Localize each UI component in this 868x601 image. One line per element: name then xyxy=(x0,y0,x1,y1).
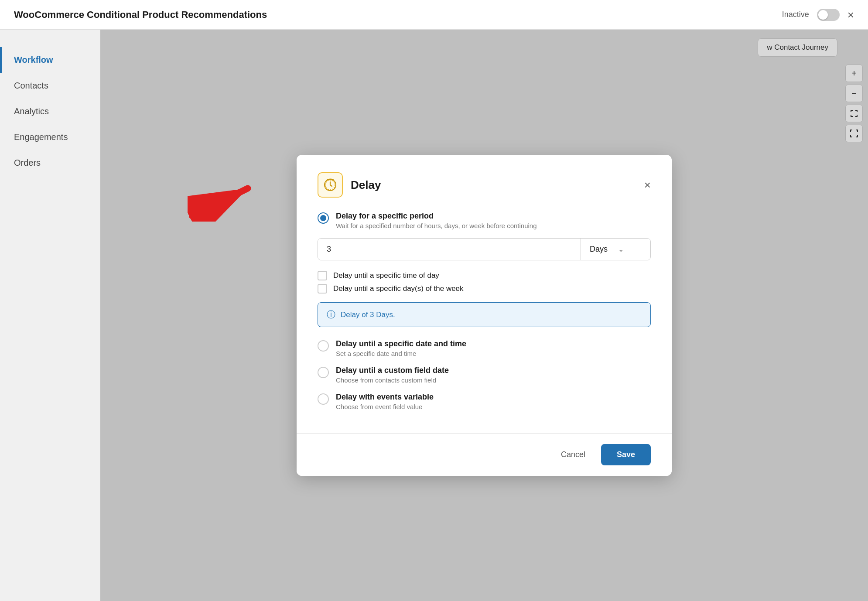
modal-footer: Cancel Save xyxy=(297,434,672,476)
modal-title: Delay xyxy=(351,178,381,192)
modal-close-button[interactable]: × xyxy=(644,179,651,191)
sidebar-item-contacts[interactable]: Contacts xyxy=(0,73,100,99)
radio-specific-date-sublabel: Set a specific date and time xyxy=(336,350,466,357)
delay-unit-select[interactable]: Days ⌄ xyxy=(581,239,650,260)
delay-modal: Delay × Delay for a specific period Wait… xyxy=(297,155,672,476)
checkbox-specific-day-label: Delay until a specific day(s) of the wee… xyxy=(333,284,464,293)
info-text: Delay of 3 Days. xyxy=(341,311,395,319)
checkbox-specific-day-box[interactable] xyxy=(318,284,327,294)
sidebar: Workflow Contacts Analytics Engagements … xyxy=(0,30,100,601)
radio-events-variable-sublabel: Choose from event field value xyxy=(336,403,434,410)
checkbox-specific-day[interactable]: Delay until a specific day(s) of the wee… xyxy=(318,284,651,294)
radio-events-variable-label: Delay with events variable xyxy=(336,393,434,402)
sidebar-item-engagements[interactable]: Engagements xyxy=(0,124,100,150)
radio-option-events-variable[interactable]: Delay with events variable Choose from e… xyxy=(318,393,651,410)
delay-unit-label: Days xyxy=(590,245,614,254)
main-layout: Workflow Contacts Analytics Engagements … xyxy=(0,30,868,601)
checkbox-specific-time[interactable]: Delay until a specific time of day xyxy=(318,271,651,280)
radio-specific-date-label: Delay until a specific date and time xyxy=(336,339,466,348)
radio-specific-period[interactable] xyxy=(318,212,329,224)
top-bar-right: Inactive × xyxy=(782,9,854,21)
radio-specific-date[interactable] xyxy=(318,340,329,352)
delay-icon xyxy=(318,172,343,198)
status-toggle[interactable] xyxy=(817,9,840,21)
radio-option-specific-date[interactable]: Delay until a specific date and time Set… xyxy=(318,339,651,357)
radio-custom-field-label: Delay until a custom field date xyxy=(336,366,449,375)
app-title: WooCommerce Conditional Product Recommen… xyxy=(14,9,267,20)
info-banner: ⓘ Delay of 3 Days. xyxy=(318,302,651,327)
checkbox-specific-time-label: Delay until a specific time of day xyxy=(333,271,439,280)
radio-specific-period-sublabel: Wait for a specified number of hours, da… xyxy=(336,222,537,229)
top-close-button[interactable]: × xyxy=(847,9,854,20)
radio-events-variable-text: Delay with events variable Choose from e… xyxy=(336,393,434,410)
info-icon: ⓘ xyxy=(327,309,335,321)
sidebar-item-workflow[interactable]: Workflow xyxy=(0,47,100,73)
radio-specific-date-text: Delay until a specific date and time Set… xyxy=(336,339,466,357)
red-arrow xyxy=(188,174,262,222)
chevron-down-icon: ⌄ xyxy=(618,245,642,253)
radio-custom-field[interactable] xyxy=(318,367,329,378)
save-button[interactable]: Save xyxy=(601,444,651,465)
delay-input-row: Days ⌄ xyxy=(318,238,651,260)
radio-custom-field-sublabel: Choose from contacts custom field xyxy=(336,376,449,384)
cancel-button[interactable]: Cancel xyxy=(552,445,594,464)
sidebar-item-analytics[interactable]: Analytics xyxy=(0,99,100,124)
radio-custom-field-text: Delay until a custom field date Choose f… xyxy=(336,366,449,384)
sidebar-item-orders[interactable]: Orders xyxy=(0,150,100,176)
checkbox-specific-time-box[interactable] xyxy=(318,271,327,280)
radio-option-custom-field[interactable]: Delay until a custom field date Choose f… xyxy=(318,366,651,384)
top-bar: WooCommerce Conditional Product Recommen… xyxy=(0,0,868,30)
status-label: Inactive xyxy=(782,10,809,19)
radio-specific-period-text: Delay for a specific period Wait for a s… xyxy=(336,212,537,229)
radio-events-variable[interactable] xyxy=(318,393,329,405)
modal-overlay: Delay × Delay for a specific period Wait… xyxy=(100,30,868,601)
radio-option-specific-period[interactable]: Delay for a specific period Wait for a s… xyxy=(318,212,651,229)
modal-header-left: Delay xyxy=(318,172,381,198)
radio-specific-period-label: Delay for a specific period xyxy=(336,212,537,221)
modal-body: Delay × Delay for a specific period Wait… xyxy=(297,155,672,433)
modal-header: Delay × xyxy=(318,172,651,198)
canvas-area: w Contact Journey + − xyxy=(100,30,868,601)
delay-number-input[interactable] xyxy=(318,239,581,260)
